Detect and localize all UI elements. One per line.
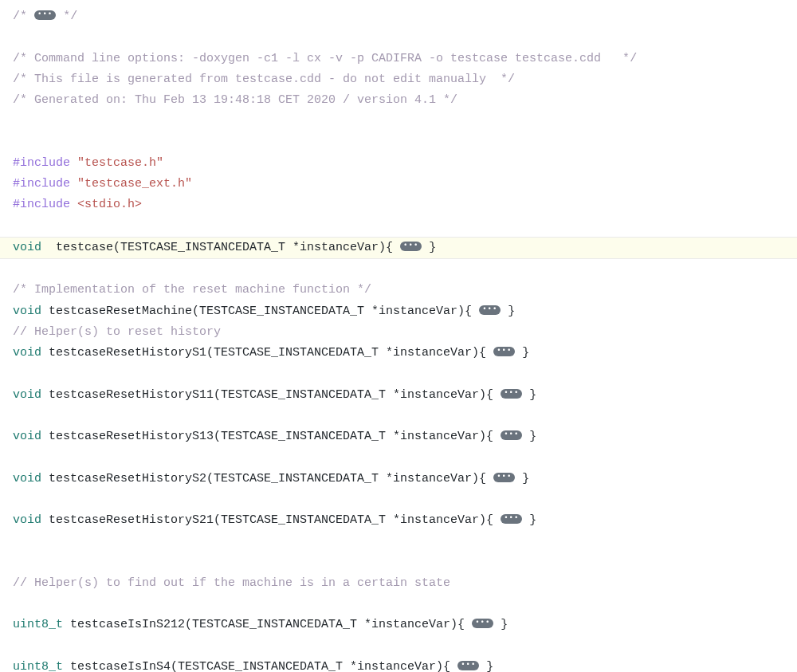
- blank-line: [13, 531, 784, 552]
- blank-line: [13, 132, 784, 153]
- code-line-function: void testcaseResetMachine(TESTCASE_INSTA…: [13, 301, 784, 322]
- fold-icon[interactable]: [457, 661, 479, 670]
- include-keyword: #include: [13, 198, 70, 211]
- include-path: <stdio.h>: [77, 198, 142, 211]
- code-line-function: void testcaseResetHistoryS13(TESTCASE_IN…: [13, 426, 784, 447]
- code-line-function: void testcaseResetHistoryS1(TESTCASE_INS…: [13, 343, 784, 364]
- blank-line: [13, 111, 784, 132]
- comment-open: /*: [13, 10, 34, 23]
- space: [41, 346, 49, 360]
- space: [41, 430, 49, 443]
- blank-line: [13, 636, 784, 657]
- blank-line: [13, 364, 784, 384]
- blank-line: [13, 259, 784, 280]
- code-line-function: uint8_t testcaseIsInS212(TESTCASE_INSTAN…: [13, 615, 784, 635]
- code-line-function: uint8_t testcaseIsInS4(TESTCASE_INSTANCE…: [13, 657, 784, 672]
- fold-icon[interactable]: [501, 389, 522, 399]
- code-comment-line: /* Generated on: Thu Feb 13 19:48:18 CET…: [13, 90, 784, 111]
- brace-close: }: [501, 305, 515, 318]
- code-line-function: void testcaseResetHistoryS21(TESTCASE_IN…: [13, 510, 784, 531]
- code-comment-line: // Helper(s) to find out if the machine …: [13, 573, 784, 594]
- brace-close: }: [522, 388, 536, 402]
- type-keyword: void: [13, 472, 41, 485]
- type-keyword: uint8_t: [13, 660, 63, 672]
- include-path: "testcase_ext.h": [77, 177, 192, 191]
- function-signature: testcaseResetHistoryS1(TESTCASE_INSTANCE…: [49, 346, 493, 360]
- code-line-include: #include <stdio.h>: [13, 195, 784, 215]
- fold-icon[interactable]: [472, 619, 493, 628]
- code-comment-line: /* Implementation of the reset machine f…: [13, 280, 784, 301]
- code-comment-line: /* Command line options: -doxygen -c1 -l…: [13, 49, 784, 69]
- function-signature: testcaseResetHistoryS21(TESTCASE_INSTANC…: [49, 513, 501, 527]
- type-keyword: void: [13, 346, 41, 360]
- comment-close: */: [56, 10, 77, 23]
- function-signature: testcaseResetHistoryS2(TESTCASE_INSTANCE…: [49, 472, 493, 485]
- code-line: /* */: [13, 6, 784, 27]
- function-signature: testcaseResetHistoryS11(TESTCASE_INSTANC…: [49, 388, 501, 402]
- code-line-function: void testcaseResetHistoryS2(TESTCASE_INS…: [13, 469, 784, 489]
- brace-close: }: [522, 513, 536, 527]
- fold-icon[interactable]: [34, 10, 56, 20]
- code-line-highlighted: void testcase(TESTCASE_INSTANCEDATA_T *i…: [0, 237, 797, 259]
- fold-icon[interactable]: [479, 305, 501, 315]
- blank-line: [13, 594, 784, 615]
- space: [41, 472, 49, 485]
- fold-icon[interactable]: [501, 430, 522, 440]
- function-signature: testcaseResetMachine(TESTCASE_INSTANCEDA…: [49, 305, 479, 318]
- type-keyword: void: [13, 388, 41, 402]
- fold-icon[interactable]: [501, 514, 522, 524]
- code-comment-line: // Helper(s) to reset history: [13, 322, 784, 343]
- fold-icon[interactable]: [493, 347, 515, 356]
- brace-close: }: [515, 346, 529, 360]
- function-signature: testcaseIsInS212(TESTCASE_INSTANCEDATA_T…: [70, 618, 472, 631]
- code-line-include: #include "testcase.h": [13, 153, 784, 174]
- code-comment-line: /* This file is generated from testcase.…: [13, 69, 784, 90]
- blank-line: [13, 447, 784, 468]
- blank-line: [13, 406, 784, 426]
- space: [41, 513, 49, 527]
- space: [70, 156, 77, 170]
- space: [41, 388, 49, 402]
- blank-line: [13, 216, 784, 237]
- function-signature: testcaseResetHistoryS13(TESTCASE_INSTANC…: [49, 430, 501, 443]
- code-line-include: #include "testcase_ext.h": [13, 174, 784, 195]
- function-signature: testcaseIsInS4(TESTCASE_INSTANCEDATA_T *…: [70, 660, 457, 672]
- fold-icon[interactable]: [493, 473, 515, 482]
- space: [63, 618, 70, 631]
- type-keyword: uint8_t: [13, 618, 63, 631]
- blank-line: [13, 27, 784, 48]
- brace-close: }: [522, 430, 536, 443]
- fold-icon[interactable]: [400, 242, 422, 251]
- type-keyword: void: [13, 305, 41, 318]
- space: [41, 241, 56, 254]
- type-keyword: void: [13, 430, 41, 443]
- function-signature: testcase(TESTCASE_INSTANCEDATA_T *instan…: [56, 241, 400, 254]
- space: [41, 305, 49, 318]
- space: [70, 198, 77, 211]
- blank-line: [13, 552, 784, 573]
- blank-line: [13, 489, 784, 510]
- space: [63, 660, 70, 672]
- include-keyword: #include: [13, 177, 70, 191]
- brace-close: }: [479, 660, 493, 672]
- brace-close: }: [493, 618, 508, 631]
- type-keyword: void: [13, 241, 41, 254]
- brace-close: }: [422, 241, 436, 254]
- space: [70, 177, 77, 191]
- include-keyword: #include: [13, 156, 70, 170]
- type-keyword: void: [13, 513, 41, 527]
- code-line-function: void testcaseResetHistoryS11(TESTCASE_IN…: [13, 385, 784, 406]
- include-path: "testcase.h": [77, 156, 163, 170]
- brace-close: }: [515, 472, 529, 485]
